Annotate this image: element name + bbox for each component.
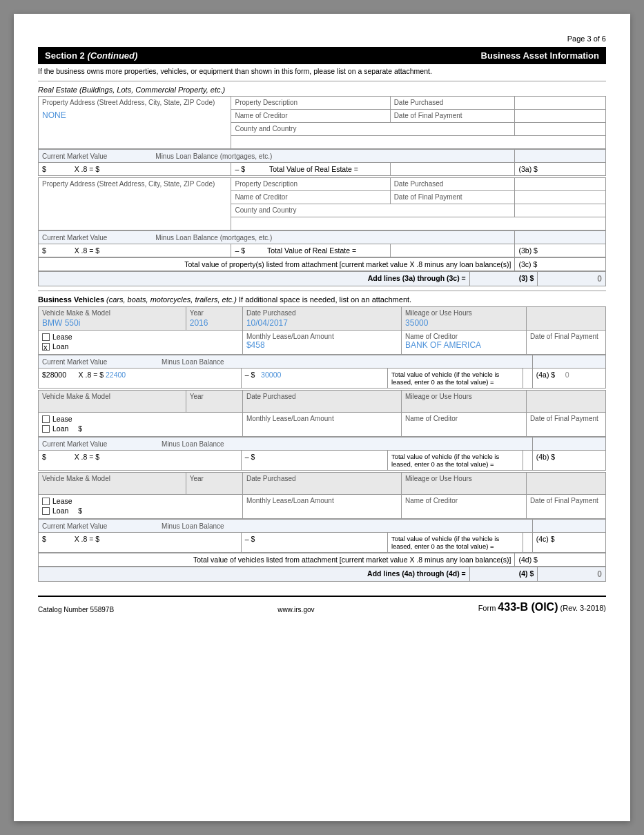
property1-total-label: [390, 163, 515, 176]
v3-extra: [526, 473, 605, 495]
section-header: Section 2 (Continued) Business Asset Inf…: [38, 47, 606, 64]
v2-calc-values: $ X .8 = $: [39, 451, 242, 471]
v3-loan-label: Loan: [52, 507, 68, 515]
v1-creditor-cell: Name of Creditor BANK OF AMERICA: [402, 331, 527, 355]
real-estate-attachment-row: Total value of property(s) listed from a…: [38, 257, 606, 271]
v3-market-value-row: Current Market Value Minus Loan Balance: [39, 520, 533, 533]
attachment-label: Total value of property(s) listed from a…: [39, 258, 515, 271]
v3-creditor-cell: Name of Creditor: [402, 495, 527, 519]
v1-calc-values: $28000 X .8 = $ 22400: [39, 369, 242, 389]
v2-loan-label: Loan: [52, 424, 68, 433]
property2-total-label: [390, 244, 515, 257]
property2-line-value: (3b) $: [515, 244, 606, 257]
v2-minus: – $: [241, 451, 387, 471]
instruction-text: If the business owns more properties, ve…: [38, 67, 606, 75]
real-estate-table-1: Property Address (Street Address, City, …: [38, 96, 606, 149]
property1-extra-cell3: [515, 123, 606, 136]
v2-lease-label: Lease: [52, 415, 72, 423]
property2-calc-row: $ X .8 = $: [39, 244, 231, 257]
v1-date-purchased-label: Date Purchased 10/04/2017: [242, 307, 401, 331]
v3-year-label: Year: [186, 473, 242, 495]
property2-creditor-cell: Name of Creditor: [231, 191, 390, 204]
v3-loan-checkbox[interactable]: [42, 507, 50, 515]
property2-market-value-label: Current Market Value Minus Loan Balance …: [39, 231, 515, 244]
v1-final-payment-cell: Date of Final Payment: [526, 331, 605, 355]
section-title: Business Asset Information: [481, 50, 599, 61]
v3-lease-checkbox[interactable]: [42, 498, 50, 505]
v3-checkbox-cell: Lease Loan $: [39, 495, 243, 519]
property2-address-cell: Property Address (Street Address, City, …: [39, 178, 231, 230]
v3-monthly-label: Monthly Lease/Loan Amount: [242, 495, 401, 519]
v1-monthly-label: Monthly Lease/Loan Amount $458: [242, 331, 401, 355]
v1-loan-checkbox[interactable]: [42, 343, 50, 351]
v1-checkbox-cell: Lease Loan: [39, 331, 243, 355]
footer: Catalog Number 55897B www.irs.gov Form 4…: [38, 596, 606, 613]
v2-line-value: (4b) $: [532, 451, 605, 471]
real-estate-add-lines: Add lines (3a) through (3c) = (3) $ 0: [38, 271, 606, 286]
v2-monthly-label: Monthly Lease/Loan Amount: [242, 413, 401, 437]
vehicles-add-lines: Add lines (4a) through (4d) = (4) $ 0: [38, 567, 606, 582]
v3-date-purchased-label: Date Purchased: [242, 473, 401, 495]
footer-form: Form 433-B (OIC) (Rev. 3-2018): [478, 601, 606, 613]
v2-creditor-cell: Name of Creditor: [402, 413, 527, 437]
property1-extra-cell: [515, 97, 606, 110]
v1-minus: – $ 30000: [241, 369, 387, 389]
v1-loan-label: Loan: [52, 342, 68, 351]
add-lines-value: 0: [538, 272, 606, 286]
v2-total-header: [532, 438, 605, 451]
v2-final-payment-cell: Date of Final Payment: [526, 413, 605, 437]
vehicle1-calc: Current Market Value Minus Loan Balance …: [38, 355, 606, 389]
add-lines-label: Add lines (3a) through (3c) =: [39, 272, 470, 286]
v1-extra: [526, 307, 605, 331]
v2-mileage-label: Mileage or Use Hours: [402, 391, 527, 413]
property1-final-payment-cell: Date of Final Payment: [390, 110, 515, 123]
v2-extra: [526, 391, 605, 413]
property2-date-purchased-cell: Date Purchased: [390, 178, 515, 191]
v3-mileage-label: Mileage or Use Hours: [402, 473, 527, 495]
property1-spacer: [231, 136, 606, 149]
v3-make-model-label: Vehicle Make & Model: [39, 473, 186, 495]
property2-extra-cell2: [515, 191, 606, 204]
v2-loan-checkbox[interactable]: [42, 425, 50, 433]
property1-market-value-label: Current Market Value Minus Loan Balance …: [39, 150, 515, 163]
section-label: Section 2 (Continued): [45, 50, 137, 61]
vehicles-section-header: Business Vehicles (cars, boats, motorcyc…: [38, 295, 606, 304]
v1-total-header: [532, 355, 605, 369]
property2-county-cell: County and Country: [231, 204, 515, 217]
v3-final-payment-cell: Date of Final Payment: [526, 495, 605, 519]
property1-creditor-cell: Name of Creditor: [231, 110, 390, 123]
property1-minus-row: – $ Total Value of Real Estate =: [231, 163, 390, 176]
add-lines-line: (3) $: [469, 272, 538, 286]
v3-line-value: (4c) $: [532, 533, 605, 553]
vehicle3-calc: Current Market Value Minus Loan Balance …: [38, 519, 606, 553]
property1-address-label: Property Address (Street Address, City, …: [42, 99, 227, 106]
vehicles-attachment-label: Total value of vehicles listed from atta…: [39, 553, 515, 567]
property2-spacer: [231, 217, 606, 230]
v3-minus: – $: [241, 533, 387, 553]
footer-catalog: Catalog Number 55897B: [38, 606, 114, 613]
v1-lease-checkbox[interactable]: [42, 333, 50, 341]
v3-total-header: [532, 520, 605, 533]
vehicles-attachment-row: Total value of vehicles listed from atta…: [38, 553, 606, 567]
real-estate-table-2: Property Address (Street Address, City, …: [38, 177, 606, 230]
v1-mileage-label: Mileage or Use Hours 35000: [402, 307, 527, 331]
v1-year-label: Year 2016: [186, 307, 242, 331]
real-estate-calc-2: Current Market Value Minus Loan Balance …: [38, 230, 606, 257]
property2-minus-row: – $ Total Value of Real Estate =: [231, 244, 390, 257]
v3-total-label: Total value of vehicle (if the vehicle i…: [387, 533, 523, 553]
v1-line-value: (4a) $ 0: [532, 369, 605, 389]
v2-lease-checkbox[interactable]: [42, 415, 50, 423]
property1-extra-cell2: [515, 110, 606, 123]
property2-extra-cell: [515, 178, 606, 191]
v1-make-model-label: Vehicle Make & Model BMW 550i: [39, 307, 186, 331]
real-estate-title: Real Estate (Buildings, Lots, Commercial…: [38, 86, 606, 94]
property2-description-cell: Property Description: [231, 178, 390, 191]
vehicle1-table: Vehicle Make & Model BMW 550i Year 2016 …: [38, 306, 606, 355]
vehicles-add-lines-line: (4) $: [469, 567, 538, 582]
vehicles-add-lines-value: 0: [538, 567, 606, 582]
page: Page 3 of 6 Section 2 (Continued) Busine…: [14, 14, 630, 821]
v2-make-model-label: Vehicle Make & Model: [39, 391, 186, 413]
footer-website: www.irs.gov: [277, 606, 314, 613]
vehicles-attachment-line: (4d) $: [515, 553, 606, 567]
v3-lease-label: Lease: [52, 497, 72, 505]
